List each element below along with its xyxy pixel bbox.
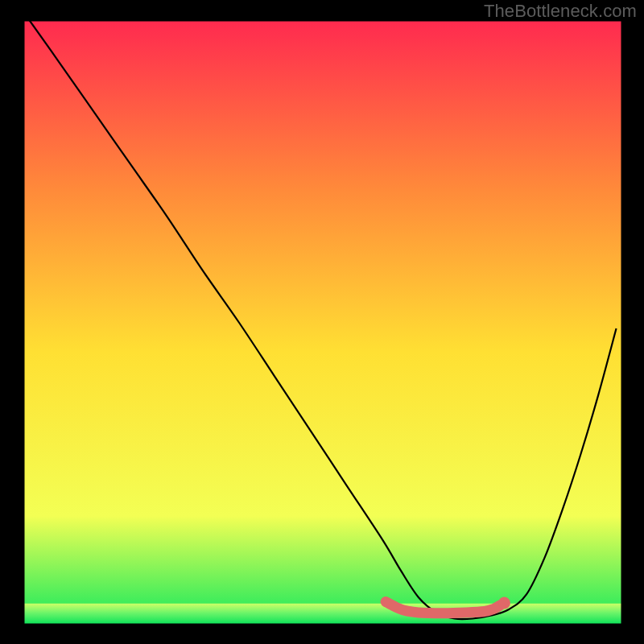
chart-svg (23, 20, 622, 625)
green-band (23, 604, 622, 625)
plot-area (23, 20, 622, 625)
chart-frame: TheBottleneck.com (0, 0, 644, 644)
watermark-text: TheBottleneck.com (484, 1, 637, 22)
red-dot (498, 597, 510, 609)
gradient-background (23, 20, 622, 625)
